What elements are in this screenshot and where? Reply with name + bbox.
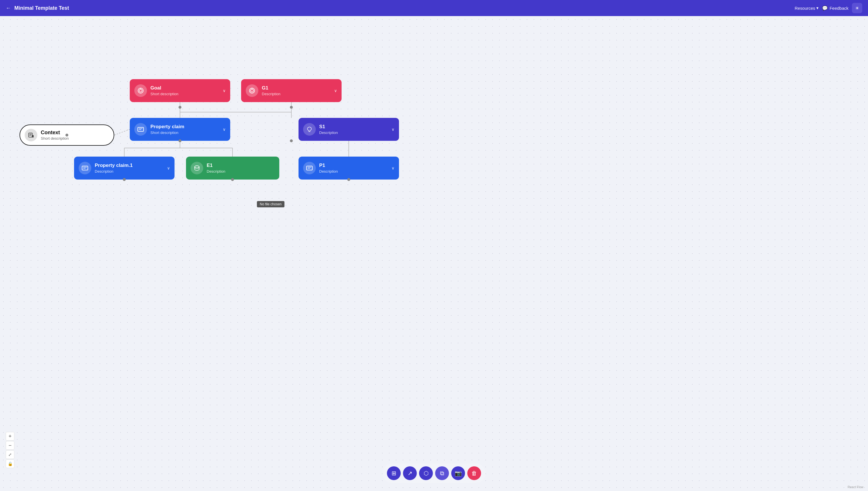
p1-text: P1 Description [319,163,389,173]
zoom-lock-button[interactable]: 🔒 [6,459,15,468]
connection-dot [179,106,182,109]
context-text: Context Short description [41,129,109,141]
property-claim-text: Property claim Short description [151,124,220,135]
toolbar-duplicate-button[interactable]: ⧉ [435,466,449,480]
fit-icon: ⤢ [8,452,12,457]
connection-dot [123,178,126,181]
g1-node[interactable]: G1 Description ∨ [241,79,342,102]
theme-toggle-button[interactable]: ☀ [852,3,862,13]
zoom-fit-button[interactable]: ⤢ [6,450,15,459]
svg-rect-19 [32,135,34,137]
goal-title: Goal [151,85,220,91]
g1-chevron-icon: ∨ [334,88,337,93]
feedback-button[interactable]: 💬 Feedback [822,5,848,11]
property-claim-title: Property claim [151,124,220,129]
g1-icon [246,84,258,97]
pc1-text: Property claim.1 Description [95,163,165,173]
property-claim-1-node[interactable]: Property claim.1 Description ∨ [74,156,174,179]
context-title: Context [41,129,109,136]
property-claim-node[interactable]: Property claim Short description ∨ [130,118,230,141]
goal-chevron-icon: ∨ [223,88,226,93]
toolbar-screenshot-button[interactable]: 📷 [451,466,465,480]
page-title: Minimal Template Test [15,5,791,11]
zoom-in-button[interactable]: + [6,432,15,440]
react-flow-watermark: React Flow [848,485,863,489]
no-file-badge: No file chosen [257,201,284,207]
header: ← Minimal Template Test Resources ▾ 💬 Fe… [0,0,868,16]
g1-title: G1 [262,85,332,91]
flow-container: Goal Short description ∨ G1 Description … [0,16,868,491]
feedback-label: Feedback [830,6,848,10]
e1-node[interactable]: E1 Description [186,156,279,179]
property-claim-description: Short description [151,131,220,135]
svg-rect-15 [29,133,32,137]
connection-dot [347,178,350,181]
lock-icon: 🔒 [8,461,12,466]
p1-title: P1 [319,163,389,168]
toolbar-export-button[interactable]: ↗ [403,466,417,480]
back-button[interactable]: ← [6,5,11,11]
resources-label: Resources [794,6,815,10]
zoom-out-button[interactable]: − [6,441,15,450]
toolbar-share-button[interactable]: ⬡ [419,466,433,480]
copy-icon: ⊞ [391,470,397,476]
pc1-title: Property claim.1 [95,163,165,168]
s1-description: Description [319,131,389,135]
connection-dot [290,106,293,109]
sun-icon: ☀ [855,5,859,11]
s1-text: S1 Description [319,124,389,135]
goal-text: Goal Short description [151,85,220,96]
p1-icon [303,162,316,174]
trash-icon: 🗑 [471,470,477,476]
svg-rect-20 [138,127,143,132]
e1-title: E1 [207,163,275,168]
e1-icon [191,162,203,174]
s1-title: S1 [319,124,389,129]
e1-text: E1 Description [207,163,275,173]
connection-dot [179,139,182,142]
svg-point-14 [251,89,253,92]
connection-dot [65,134,68,137]
share-icon: ⬡ [424,470,429,476]
svg-line-10 [114,129,130,135]
toolbar-copy-button[interactable]: ⊞ [387,466,401,480]
flow-canvas[interactable]: Goal Short description ∨ G1 Description … [0,16,868,491]
connection-dot [231,178,234,181]
resources-chevron-icon: ▾ [816,5,819,10]
chat-icon: 💬 [822,5,828,11]
back-icon: ← [6,5,11,11]
pc1-icon [79,162,91,174]
p1-description: Description [319,169,389,174]
camera-icon: 📷 [455,470,462,476]
s1-node[interactable]: S1 Description ∨ [299,118,399,141]
svg-rect-23 [82,166,88,170]
export-icon: ↗ [408,470,412,476]
svg-point-26 [195,166,199,168]
connection-dot [290,139,293,142]
pc1-chevron-icon: ∨ [167,166,170,170]
zoom-controls: + − ⤢ 🔒 [6,432,15,468]
p1-node[interactable]: P1 Description ∨ [299,156,399,179]
goal-node[interactable]: Goal Short description ∨ [130,79,230,102]
svg-point-12 [139,89,142,92]
goal-description: Short description [151,92,220,96]
toolbar-delete-button[interactable]: 🗑 [467,466,481,480]
p1-chevron-icon: ∨ [391,166,395,170]
pc1-description: Description [95,169,165,174]
goal-icon [134,84,147,97]
property-claim-icon [134,123,147,136]
bottom-toolbar: ⊞ ↗ ⬡ ⧉ 📷 🗑 [382,463,486,483]
property-claim-chevron-icon: ∨ [223,127,226,132]
s1-chevron-icon: ∨ [391,127,395,132]
resources-button[interactable]: Resources ▾ [794,5,819,10]
duplicate-icon: ⧉ [440,470,444,476]
s1-icon [303,123,316,136]
svg-rect-28 [306,166,312,170]
g1-text: G1 Description [262,85,332,96]
e1-description: Description [207,169,275,174]
context-icon [25,129,37,141]
g1-description: Description [262,92,332,96]
context-description: Short description [41,136,109,141]
